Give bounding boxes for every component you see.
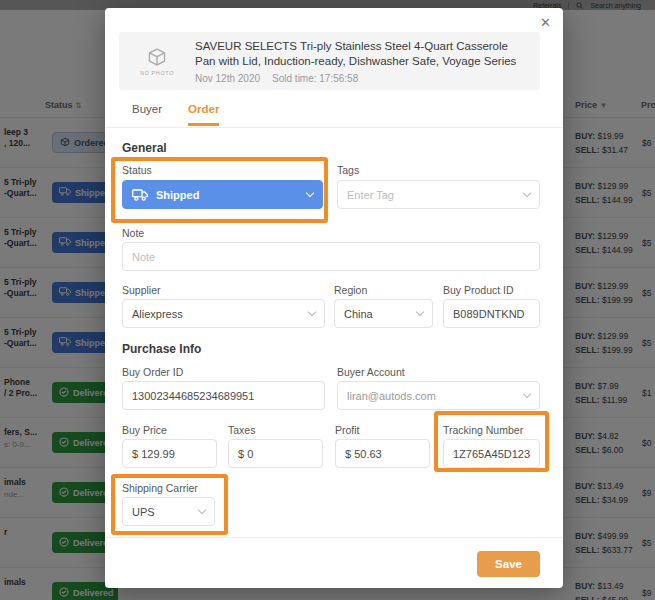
profit-label: Profit	[335, 424, 360, 436]
region-dropdown[interactable]: China	[334, 299, 433, 328]
tags-dropdown[interactable]: Enter Tag	[337, 180, 540, 209]
chevron-down-icon	[523, 189, 531, 197]
general-heading: General	[122, 141, 167, 155]
note-input[interactable]	[122, 242, 540, 271]
product-dates: Nov 12th 2020 Sold time: 17:56:58	[195, 73, 530, 84]
buy-order-id-input[interactable]	[122, 381, 325, 410]
tab-order[interactable]: Order	[188, 103, 219, 126]
status-label: Status	[122, 164, 152, 176]
order-date: Nov 12th 2020	[195, 73, 260, 84]
modal-tabs: Buyer Order	[132, 103, 219, 126]
close-icon[interactable]: ✕	[540, 16, 551, 29]
note-label: Note	[122, 227, 144, 239]
status-dropdown[interactable]: Shipped	[122, 180, 323, 209]
save-button[interactable]: Save	[477, 551, 540, 577]
region-value: China	[344, 308, 373, 320]
status-value: Shipped	[156, 189, 199, 201]
shipping-carrier-label: Shipping Carrier	[122, 482, 198, 494]
buy-order-id-label: Buy Order ID	[122, 366, 183, 378]
taxes-input[interactable]	[228, 439, 323, 468]
tags-label: Tags	[337, 164, 359, 176]
product-summary: NO PHOTO SAVEUR SELECTS Tri-ply Stainles…	[119, 32, 540, 90]
tab-buyer[interactable]: Buyer	[132, 103, 162, 126]
screen: Referrals Search anything Status ⇅ Price…	[0, 0, 655, 600]
no-photo-box-icon	[146, 46, 168, 68]
buy-product-id-input[interactable]	[443, 299, 540, 328]
chevron-down-icon	[308, 308, 316, 316]
tags-placeholder: Enter Tag	[347, 189, 394, 201]
buy-product-id-label: Buy Product ID	[443, 284, 514, 296]
order-edit-modal: ✕ NO PHOTO SAVEUR SELECTS Tri-ply Stainl…	[105, 8, 563, 588]
shipping-carrier-value: UPS	[132, 506, 155, 518]
chevron-down-icon	[198, 506, 206, 514]
chevron-down-icon	[416, 308, 424, 316]
buyer-account-value: liran@autods.com	[347, 390, 436, 402]
footer-divider	[105, 537, 563, 538]
buy-price-input[interactable]	[122, 439, 217, 468]
tabs-divider	[105, 127, 563, 128]
truck-icon	[132, 189, 148, 201]
supplier-dropdown[interactable]: Aliexpress	[122, 299, 325, 328]
supplier-value: Aliexpress	[132, 308, 183, 320]
region-label: Region	[334, 284, 367, 296]
chevron-down-icon	[306, 189, 314, 197]
shipping-carrier-dropdown[interactable]: UPS	[122, 497, 215, 526]
buyer-account-label: Buyer Account	[337, 366, 405, 378]
no-photo-label: NO PHOTO	[140, 70, 174, 76]
product-title: SAVEUR SELECTS Tri-ply Stainless Steel 4…	[195, 39, 530, 69]
buyer-account-dropdown[interactable]: liran@autods.com	[337, 381, 540, 410]
product-info: SAVEUR SELECTS Tri-ply Stainless Steel 4…	[195, 32, 530, 84]
taxes-label: Taxes	[228, 424, 255, 436]
tracking-number-label: Tracking Number	[443, 424, 523, 436]
product-thumbnail: NO PHOTO	[119, 32, 195, 90]
purchase-info-heading: Purchase Info	[122, 342, 201, 356]
buy-price-label: Buy Price	[122, 424, 167, 436]
chevron-down-icon	[523, 390, 531, 398]
supplier-label: Supplier	[122, 284, 161, 296]
tracking-number-input[interactable]	[443, 439, 540, 468]
sold-time: Sold time: 17:56:58	[272, 73, 358, 84]
profit-input[interactable]	[335, 439, 430, 468]
